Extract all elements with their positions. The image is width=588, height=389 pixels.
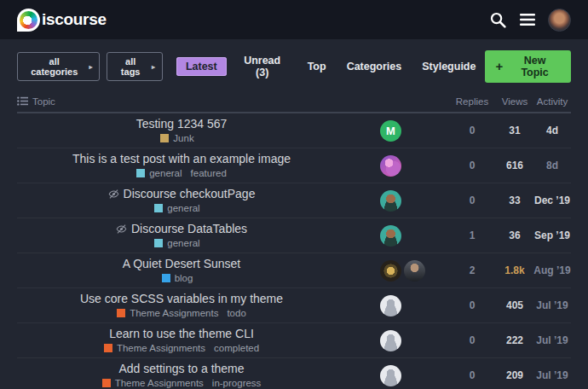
tab-categories[interactable]: Categories bbox=[337, 57, 412, 76]
logo-text: iscourse bbox=[42, 10, 107, 29]
tab-styleguide[interactable]: Styleguide bbox=[412, 57, 485, 76]
views-count: 1.8k bbox=[496, 264, 533, 276]
tag-filter-dropdown[interactable]: all tags ▸ bbox=[107, 52, 162, 81]
category-badge[interactable]: Theme Assignments bbox=[102, 378, 204, 388]
replies-count: 0 bbox=[448, 194, 496, 206]
category-color-square bbox=[162, 274, 170, 282]
new-topic-button[interactable]: + New Topic bbox=[485, 50, 571, 83]
topic-title: Discourse DataTables bbox=[131, 223, 247, 235]
user-avatar[interactable]: M bbox=[380, 120, 401, 142]
topic-tag[interactable]: in-progress bbox=[212, 378, 262, 388]
topic-cell: Add settings to a theme Theme Assignment… bbox=[17, 363, 346, 388]
tag-filter-label: all tags bbox=[114, 56, 146, 77]
category-color-square bbox=[136, 169, 145, 177]
topic-meta: Theme Assignments in-progress bbox=[102, 378, 262, 388]
search-icon[interactable] bbox=[489, 11, 507, 29]
user-avatar[interactable] bbox=[380, 330, 401, 351]
views-count: 31 bbox=[496, 125, 533, 136]
category-color-square bbox=[154, 204, 163, 212]
activity-date[interactable]: Aug ’19 bbox=[533, 264, 571, 276]
topic-title: A Quiet Desert Sunset bbox=[123, 258, 241, 270]
topic-title-link[interactable]: Discourse DataTables bbox=[116, 223, 247, 235]
activity-date[interactable]: Jul ’19 bbox=[533, 299, 571, 311]
topic-title-link[interactable]: A Quiet Desert Sunset bbox=[123, 258, 241, 270]
topic-title-link[interactable]: Add settings to a theme bbox=[118, 363, 244, 375]
category-color-square bbox=[154, 239, 163, 247]
column-header-replies[interactable]: Replies bbox=[448, 96, 496, 107]
replies-count: 0 bbox=[448, 334, 496, 346]
user-avatar[interactable] bbox=[380, 155, 401, 177]
category-color-square bbox=[102, 379, 111, 387]
topic-title: Testing 1234 567 bbox=[136, 118, 228, 131]
table-row: Add settings to a theme Theme Assignment… bbox=[17, 358, 571, 389]
activity-date[interactable]: 8d bbox=[533, 160, 571, 171]
category-badge[interactable]: blog bbox=[162, 273, 193, 283]
category-badge[interactable]: Theme Assignments bbox=[117, 308, 218, 318]
topic-meta: Junk bbox=[160, 133, 202, 143]
user-avatar[interactable] bbox=[380, 225, 401, 247]
topic-tag[interactable]: completed bbox=[214, 343, 259, 353]
topic-meta: general bbox=[154, 203, 208, 213]
new-topic-label: New Topic bbox=[509, 55, 561, 78]
eye-slash-icon bbox=[116, 224, 127, 235]
hamburger-menu-icon[interactable] bbox=[520, 13, 535, 26]
table-row: This is a test post with an example imag… bbox=[17, 148, 571, 183]
topic-title: Use core SCSS variables in my theme bbox=[80, 293, 283, 305]
column-header-views[interactable]: Views bbox=[496, 96, 533, 107]
topic-title-link[interactable]: Discourse checkoutPage bbox=[108, 188, 256, 200]
column-header-activity[interactable]: Activity bbox=[533, 96, 571, 107]
category-badge[interactable]: general bbox=[154, 203, 199, 213]
table-row: Discourse checkoutPage general 0 33 Dec … bbox=[17, 183, 571, 218]
posters-cell bbox=[346, 225, 448, 247]
topic-tag[interactable]: featured bbox=[191, 168, 227, 178]
category-name: general bbox=[167, 238, 199, 248]
replies-count: 2 bbox=[448, 264, 496, 276]
activity-date[interactable]: Sep ’19 bbox=[533, 229, 571, 241]
topic-cell: Use core SCSS variables in my theme Them… bbox=[17, 293, 346, 318]
user-profile-avatar[interactable] bbox=[548, 9, 571, 32]
table-row: Discourse DataTables general 1 36 Sep ’1… bbox=[17, 218, 571, 253]
topic-list-header: Topic Replies Views Activity bbox=[17, 90, 571, 113]
topic-meta: Theme Assignments todo bbox=[117, 308, 246, 318]
discourse-logo[interactable]: iscourse bbox=[17, 9, 107, 32]
tab-latest[interactable]: Latest bbox=[176, 57, 227, 76]
replies-count: 0 bbox=[448, 125, 496, 136]
activity-date[interactable]: 4d bbox=[533, 125, 571, 136]
category-filter-dropdown[interactable]: all categories ▸ bbox=[17, 52, 100, 81]
topic-title-link[interactable]: Use core SCSS variables in my theme bbox=[80, 293, 283, 305]
views-count: 209 bbox=[496, 369, 533, 381]
topic-title-link[interactable]: Testing 1234 567 bbox=[136, 118, 228, 131]
user-avatar[interactable] bbox=[380, 260, 401, 282]
activity-date[interactable]: Jul ’19 bbox=[533, 369, 571, 381]
tab-top[interactable]: Top bbox=[298, 57, 336, 76]
user-avatar[interactable] bbox=[380, 295, 401, 316]
topic-title-link[interactable]: Learn to use the theme CLI bbox=[109, 328, 254, 340]
user-avatar[interactable] bbox=[404, 260, 425, 282]
table-row: Testing 1234 567 Junk M 0 31 4d bbox=[17, 113, 571, 148]
replies-count: 0 bbox=[448, 369, 496, 381]
tab-unread[interactable]: Unread (3) bbox=[228, 51, 297, 82]
category-color-square bbox=[117, 309, 125, 317]
posters-cell bbox=[346, 330, 448, 351]
topic-tag[interactable]: todo bbox=[227, 308, 245, 318]
user-avatar[interactable] bbox=[380, 365, 401, 386]
category-badge[interactable]: Junk bbox=[160, 133, 193, 143]
category-badge[interactable]: general bbox=[136, 168, 182, 178]
activity-date[interactable]: Jul ’19 bbox=[533, 334, 571, 346]
user-avatar[interactable] bbox=[380, 190, 401, 212]
posters-cell bbox=[346, 365, 448, 386]
views-count: 616 bbox=[496, 160, 533, 171]
category-badge[interactable]: general bbox=[154, 238, 199, 248]
column-header-topic[interactable]: Topic bbox=[17, 96, 346, 107]
category-badge[interactable]: Theme Assignments bbox=[104, 343, 205, 353]
table-row: A Quiet Desert Sunset blog 2 1.8k Aug ’1… bbox=[17, 253, 571, 288]
posters-cell: M bbox=[346, 120, 448, 142]
topic-title: Learn to use the theme CLI bbox=[109, 328, 254, 340]
table-row: Use core SCSS variables in my theme Them… bbox=[17, 288, 571, 323]
replies-count: 0 bbox=[448, 299, 496, 311]
discourse-logo-icon bbox=[17, 9, 40, 32]
topic-cell: Learn to use the theme CLI Theme Assignm… bbox=[17, 328, 346, 353]
topic-title-link[interactable]: This is a test post with an example imag… bbox=[72, 153, 291, 165]
activity-date[interactable]: Dec ’19 bbox=[533, 194, 571, 206]
category-name: Junk bbox=[173, 133, 193, 143]
